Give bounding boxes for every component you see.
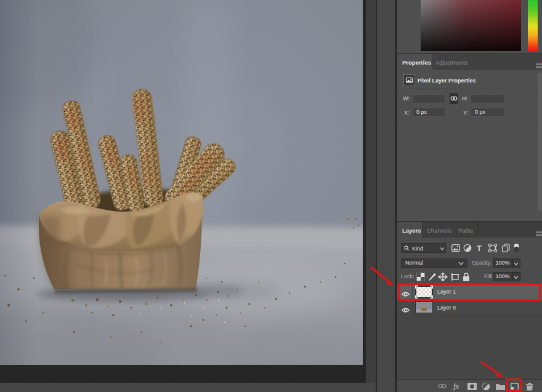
svg-text:T: T (477, 244, 482, 252)
svg-text:Kind: Kind (412, 246, 423, 252)
svg-text:fx: fx (453, 382, 459, 391)
